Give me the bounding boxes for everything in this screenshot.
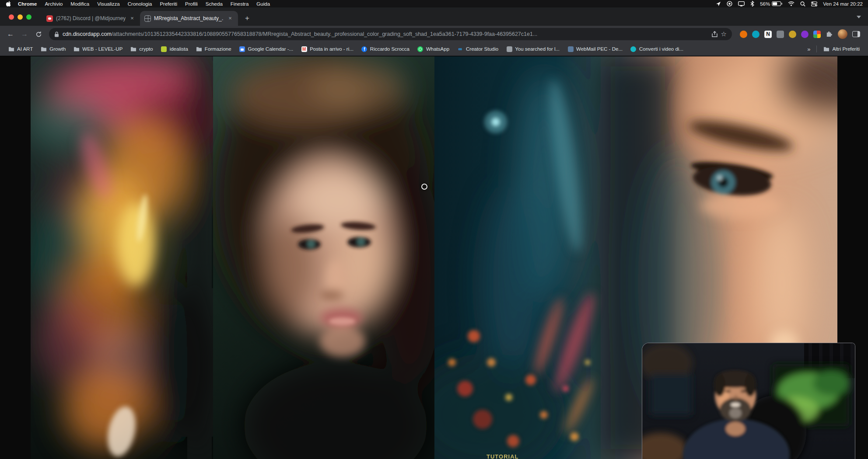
bookmark-webmail-pec[interactable]: WebMail PEC - De... <box>564 45 626 53</box>
chrome-toolbar: ← → cdn.discordapp.com/attachments/10135… <box>0 26 868 42</box>
apple-logo-icon[interactable] <box>6 1 11 7</box>
globe-favicon <box>144 15 151 22</box>
reload-button[interactable] <box>32 28 45 40</box>
bookmark-ai-art[interactable]: AI ART <box>4 45 37 53</box>
menu-visualizza[interactable]: Visualizza <box>93 1 124 7</box>
bookmark-google-calendar[interactable]: Google Calendar -... <box>235 45 298 53</box>
chrome-tabstrip: (2762) Discord | @Midjourney × MRregista… <box>0 7 868 26</box>
bluetooth-icon[interactable] <box>750 1 754 7</box>
battery-percent-label: 56% <box>760 1 770 7</box>
menu-profili[interactable]: Profili <box>181 1 202 7</box>
page-icon <box>506 46 512 52</box>
menu-scheda[interactable]: Scheda <box>202 1 227 7</box>
webmail-icon <box>567 46 574 52</box>
notion-extension-icon[interactable]: N <box>764 31 772 38</box>
forward-button[interactable]: → <box>18 28 31 40</box>
google-apps-grid-icon[interactable] <box>813 31 821 38</box>
tab-label: MRregista_Abstract_beauty_... <box>154 15 224 21</box>
window-close-button[interactable] <box>9 14 14 20</box>
bookmarks-overflow-chevron[interactable]: » <box>804 46 814 52</box>
extensions-row: N <box>736 29 864 39</box>
macos-menubar: Chrome Archivio Modifica Visualizza Cron… <box>0 0 868 7</box>
webcam-overlay <box>642 343 855 459</box>
control-center-icon[interactable] <box>811 1 817 7</box>
whatsapp-icon <box>417 46 424 52</box>
menubar-app-name[interactable]: Chrome <box>14 1 41 7</box>
screen-record-icon[interactable] <box>727 1 732 7</box>
divider <box>816 45 817 52</box>
tab-discord[interactable]: (2762) Discord | @Midjourney × <box>42 11 140 26</box>
menu-archivio[interactable]: Archivio <box>41 1 66 7</box>
folder-icon <box>74 46 80 52</box>
bookmark-web-level-up[interactable]: WEB - LEVEL-UP <box>70 45 126 53</box>
video-watermark: TUTORIAL <box>486 453 518 459</box>
printer-extension-icon[interactable] <box>777 31 784 38</box>
folder-icon <box>130 46 136 52</box>
folder-icon <box>196 46 202 52</box>
mouse-cursor <box>421 184 427 190</box>
bookmark-crypto[interactable]: crypto <box>126 45 157 53</box>
tab-label: (2762) Discord | @Midjourney <box>56 15 126 21</box>
tab-close-icon[interactable]: × <box>227 15 234 22</box>
gmail-icon: M <box>301 46 307 52</box>
extensions-puzzle-icon[interactable] <box>826 30 833 39</box>
folder-icon <box>8 46 14 52</box>
bookmark-creator-studio[interactable]: ∞Creator Studio <box>453 45 502 53</box>
menu-modifica[interactable]: Modifica <box>66 1 93 7</box>
display-icon[interactable] <box>738 1 745 7</box>
menu-guida[interactable]: Guida <box>252 1 274 7</box>
password-key-extension-icon[interactable] <box>789 31 796 38</box>
bookmark-posta-in-arrivo[interactable]: MPosta in arrivo - ri... <box>297 45 357 53</box>
url-omnibox[interactable]: cdn.discordapp.com/attachments/101351233… <box>49 28 732 40</box>
abstract-fluid-panel <box>31 56 213 459</box>
idealista-icon <box>161 46 167 52</box>
window-zoom-button[interactable] <box>26 14 32 20</box>
bookmark-converti-video[interactable]: Converti i video di... <box>626 45 687 53</box>
google-calendar-icon <box>239 46 245 52</box>
wifi-icon[interactable] <box>788 1 794 6</box>
bookmark-whatsapp[interactable]: WhatsApp <box>413 45 453 53</box>
extension-orange-icon[interactable] <box>740 31 747 38</box>
menubar-clock[interactable]: Ven 24 mar 20:22 <box>823 1 863 7</box>
menu-preferiti[interactable]: Preferiti <box>156 1 181 7</box>
tab-image-active[interactable]: MRregista_Abstract_beauty_... × <box>140 11 238 26</box>
folder-icon <box>41 46 47 52</box>
tab-search-chevron-icon[interactable] <box>857 16 861 18</box>
menu-cronologia[interactable]: Cronologia <box>124 1 156 7</box>
tab-close-icon[interactable]: × <box>129 15 136 22</box>
url-domain: cdn.discordapp.com <box>63 31 112 37</box>
meta-infinity-icon: ∞ <box>457 46 463 52</box>
bookmark-star-icon[interactable]: ☆ <box>721 30 727 38</box>
converter-icon <box>630 46 637 52</box>
url-path: /attachments/1013512335442333816/1088905… <box>112 31 537 37</box>
battery-status[interactable]: 56% <box>760 1 782 7</box>
extension-purple-icon[interactable] <box>801 31 808 38</box>
discord-favicon <box>46 15 53 22</box>
new-tab-button[interactable]: + <box>242 13 253 24</box>
bookmark-you-searched[interactable]: You searched for l... <box>502 45 564 53</box>
spotlight-search-icon[interactable] <box>800 1 805 7</box>
bookmarks-bar: AI ART Growth WEB - LEVEL-UP crypto idea… <box>0 42 868 56</box>
location-arrow-icon[interactable] <box>716 1 721 7</box>
bookmark-formazione[interactable]: Formazione <box>192 45 235 53</box>
share-icon[interactable] <box>712 31 718 37</box>
bookmark-riccardo-scrocca[interactable]: fRiccardo Scrocca <box>357 45 413 53</box>
profile-avatar[interactable] <box>838 29 847 39</box>
back-button[interactable]: ← <box>4 28 17 40</box>
folder-icon <box>823 46 830 52</box>
other-bookmarks-folder[interactable]: Altri Preferiti <box>819 45 864 53</box>
window-controls <box>9 14 32 20</box>
facebook-icon: f <box>361 46 368 52</box>
url-text: cdn.discordapp.com/attachments/101351233… <box>63 31 708 37</box>
bookmark-growth[interactable]: Growth <box>37 45 70 53</box>
menu-finestra[interactable]: Finestra <box>227 1 253 7</box>
padlock-icon[interactable] <box>54 31 59 37</box>
bookmark-idealista[interactable]: idealista <box>157 45 192 53</box>
window-minimize-button[interactable] <box>18 14 23 20</box>
extension-teal-icon[interactable] <box>752 31 760 38</box>
side-panel-icon[interactable] <box>852 31 860 37</box>
portrait-panel <box>213 56 434 459</box>
